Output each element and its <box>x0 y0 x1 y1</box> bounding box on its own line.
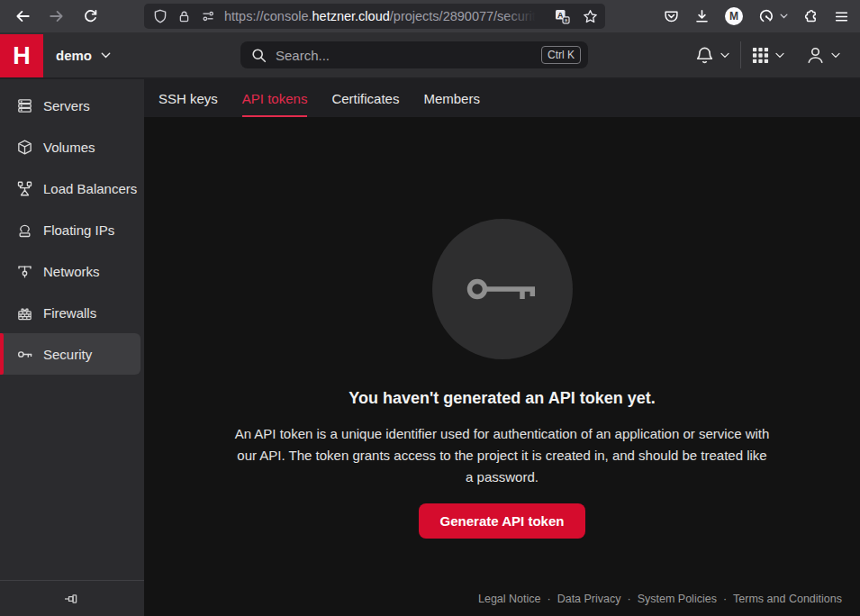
sidebar-item-label: Servers <box>43 98 90 113</box>
sidebar-item-label: Networks <box>43 264 100 279</box>
tracking-protection-shield-icon[interactable] <box>153 9 167 23</box>
menu-hamburger-icon[interactable] <box>834 9 849 24</box>
lock-icon[interactable] <box>177 10 191 23</box>
gauge-icon[interactable] <box>758 8 774 24</box>
url-bar[interactable]: https://console.hetzner.cloud/projects/2… <box>144 4 605 29</box>
grid-icon <box>752 47 769 64</box>
tab-api-tokens[interactable]: API tokens <box>242 79 308 117</box>
tab-members[interactable]: Members <box>423 79 480 117</box>
legal-notice-link[interactable]: Legal Notice <box>478 593 541 605</box>
person-icon <box>806 46 825 65</box>
tab-certificates[interactable]: Certificates <box>331 79 399 117</box>
main-content: You haven't generated an API token yet. … <box>144 117 860 616</box>
empty-state-description: An API token is a unique identifier used… <box>232 423 773 488</box>
sidebar-item-label: Floating IPs <box>43 222 114 238</box>
tab-label: SSH keys <box>158 91 218 106</box>
key-icon <box>16 346 33 363</box>
footer-separator: · <box>628 593 631 605</box>
tab-bar: SSH keys API tokens Certificates Members <box>144 79 860 117</box>
networks-icon <box>16 263 33 280</box>
bell-icon <box>695 46 714 65</box>
site-permissions-icon[interactable] <box>201 9 215 23</box>
tab-label: Certificates <box>331 91 399 106</box>
url-text: https://console.hetzner.cloud/projects/2… <box>224 9 541 23</box>
chevron-down-icon <box>101 52 111 59</box>
reload-icon[interactable] <box>83 9 98 24</box>
hetzner-logo[interactable]: H <box>0 34 43 77</box>
sidebar-item-networks[interactable]: Networks <box>0 250 144 292</box>
project-name: demo <box>56 48 92 63</box>
sidebar-footer <box>0 580 144 616</box>
sidebar-item-label: Firewalls <box>43 305 96 321</box>
search-bar[interactable]: Ctrl K <box>240 41 588 68</box>
search-shortcut-badge: Ctrl K <box>541 46 581 64</box>
tab-label: API tokens <box>242 91 308 106</box>
data-privacy-link[interactable]: Data Privacy <box>557 593 621 605</box>
sidebar-item-label: Security <box>43 347 92 362</box>
bookmark-star-icon[interactable] <box>583 9 598 24</box>
pocket-icon[interactable] <box>664 9 679 24</box>
sidebar-item-label: Volumes <box>43 140 95 155</box>
empty-state-title: You haven't generated an API token yet. <box>349 389 655 408</box>
volumes-icon <box>16 139 33 156</box>
system-policies-link[interactable]: System Policies <box>638 593 717 605</box>
floating-ips-icon <box>16 222 33 239</box>
apps-grid-button[interactable] <box>741 47 795 64</box>
tab-ssh-keys[interactable]: SSH keys <box>158 79 218 117</box>
load-balancers-icon <box>16 180 33 197</box>
browser-toolbar: https://console.hetzner.cloud/projects/2… <box>0 0 860 32</box>
generate-api-token-button[interactable]: Generate API token <box>419 503 586 539</box>
sidebar: Servers Volumes Load Balancers Floating … <box>0 79 144 616</box>
app-header: H demo Ctrl K <box>0 32 860 79</box>
notifications-button[interactable] <box>684 46 740 65</box>
chevron-down-icon <box>720 52 729 59</box>
project-selector[interactable]: demo <box>56 32 111 77</box>
sidebar-item-label: Load Balancers <box>43 181 137 196</box>
servers-icon <box>16 97 33 114</box>
extensions-icon[interactable] <box>803 9 819 24</box>
chevron-down-icon <box>831 52 840 59</box>
tab-label: Members <box>423 91 480 106</box>
api-token-key-icon <box>466 271 539 307</box>
downloads-icon[interactable] <box>694 9 710 24</box>
sidebar-item-security[interactable]: Security <box>0 333 140 375</box>
translate-icon[interactable]: Aa <box>555 9 570 24</box>
footer-separator: · <box>723 593 727 605</box>
sidebar-item-load-balancers[interactable]: Load Balancers <box>0 168 144 209</box>
sidebar-item-volumes[interactable]: Volumes <box>0 126 144 168</box>
search-input[interactable] <box>276 48 541 63</box>
forward-icon <box>49 8 65 24</box>
chevron-down-icon <box>775 52 784 59</box>
sidebar-item-floating-ips[interactable]: Floating IPs <box>0 209 144 250</box>
firewalls-icon <box>16 304 33 322</box>
search-icon <box>251 48 267 63</box>
terms-and-conditions-link[interactable]: Terms and Conditions <box>733 593 842 605</box>
user-menu-button[interactable] <box>795 46 851 65</box>
pin-sidebar-icon[interactable] <box>64 593 80 605</box>
sidebar-item-firewalls[interactable]: Firewalls <box>0 292 144 333</box>
chevron-down-icon[interactable] <box>780 14 788 19</box>
empty-state-illustration <box>432 219 573 359</box>
account-avatar[interactable]: M <box>725 7 743 25</box>
footer-separator: · <box>547 593 550 605</box>
footer: Legal Notice · Data Privacy · System Pol… <box>478 593 842 605</box>
back-icon[interactable] <box>14 8 31 24</box>
sidebar-item-servers[interactable]: Servers <box>0 85 144 126</box>
